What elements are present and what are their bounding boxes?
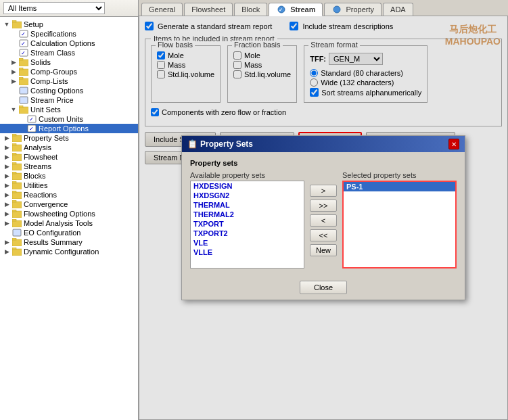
list-item-vle[interactable]: VLE (191, 238, 304, 248)
list-item-vlle[interactable]: VLLE (191, 248, 304, 257)
sidebar-item-property-sets[interactable]: ▶ Property Sets (0, 133, 138, 143)
item-icon (18, 96, 29, 104)
sidebar-item-dynamic-configuration[interactable]: ▶ Dynamic Configuration (0, 247, 138, 256)
folder-icon (11, 191, 22, 199)
chevron-right-icon: ▶ (3, 134, 11, 142)
transfer-left-one-button[interactable]: < (310, 214, 337, 227)
all-items-dropdown[interactable]: All Items (3, 2, 105, 14)
sidebar-item-report-options[interactable]: ✓ Report Options (0, 124, 138, 133)
sidebar-item-results-summary[interactable]: ▶ Results Summary (0, 237, 138, 247)
transfer-left-all-button[interactable]: << (310, 229, 337, 241)
sidebar-item-reactions[interactable]: ▶ Reactions (0, 190, 138, 200)
svg-text:✓: ✓ (279, 7, 283, 12)
sidebar-label-blocks: Blocks (24, 172, 45, 180)
folder-icon (11, 172, 22, 180)
svg-rect-32 (12, 183, 22, 189)
sidebar-label-convergence: Convergence (24, 200, 68, 208)
sidebar-label-comp-lists: Comp-Lists (30, 77, 68, 85)
sidebar-label-setup: Setup (24, 20, 43, 28)
modal-close-x-button[interactable]: ✕ (448, 139, 459, 149)
transfer-right-one-button[interactable]: > (310, 185, 337, 197)
folder-icon (11, 181, 22, 189)
svg-rect-27 (12, 153, 16, 155)
svg-text:✓: ✓ (21, 50, 26, 56)
sidebar-item-calc-options[interactable]: ✓ Calculation Options (0, 39, 138, 48)
sidebar-item-stream-price[interactable]: Stream Price (0, 95, 138, 105)
sidebar-item-flowsheet[interactable]: ▶ Flowsheet (0, 152, 138, 162)
sidebar-item-utilities[interactable]: ▶ Utilities (0, 181, 138, 190)
sidebar-label-property-sets: Property Sets (24, 134, 69, 142)
expand-icon (9, 39, 18, 47)
sidebar-item-streams[interactable]: ▶ Streams (0, 162, 138, 171)
sidebar-item-eo-configuration[interactable]: EO Configuration (0, 228, 138, 237)
tab-ada[interactable]: ADA (383, 3, 413, 16)
svg-rect-37 (12, 200, 16, 202)
sidebar-item-comp-groups[interactable]: ▶ Comp-Groups (0, 67, 138, 76)
sidebar-item-comp-lists[interactable]: ▶ Comp-Lists (0, 76, 138, 86)
svg-rect-39 (12, 210, 16, 212)
available-list[interactable]: HXDESIGN HXDSGN2 THERMAL THERMAL2 TXPORT… (190, 181, 304, 269)
sidebar-item-unit-sets[interactable]: ▼ Unit Sets (0, 105, 138, 114)
selected-list[interactable]: PS-1 (342, 181, 457, 269)
svg-rect-41 (12, 219, 16, 221)
tab-block[interactable]: Block (234, 3, 267, 16)
svg-rect-16 (19, 107, 28, 114)
svg-rect-24 (12, 145, 22, 151)
sidebar-item-flowsheeting-options[interactable]: ▶ Flowsheeting Options (0, 209, 138, 218)
tab-stream[interactable]: ✓ Stream (269, 3, 323, 16)
chevron-right-icon: ▶ (9, 58, 18, 66)
sidebar-label-streams: Streams (24, 162, 51, 170)
svg-rect-46 (12, 248, 16, 250)
tab-property[interactable]: Property (324, 3, 382, 16)
chevron-right-icon: ▶ (3, 238, 11, 246)
sidebar-item-stream-class[interactable]: ✓ Stream Class (0, 48, 138, 57)
transfer-buttons: > >> < << New (310, 171, 337, 256)
chevron-right-icon: ▶ (3, 210, 11, 218)
svg-rect-8 (19, 60, 28, 66)
list-item-txport[interactable]: TXPORT (191, 219, 304, 229)
check-icon: ✓ (18, 30, 29, 38)
list-item-hxdesign[interactable]: HXDESIGN (191, 181, 304, 191)
tab-flowsheet[interactable]: Flowsheet (184, 3, 233, 16)
sidebar-item-analysis[interactable]: ▶ Analysis (0, 143, 138, 152)
modal-titlebar: 📋 Property Sets ✕ (182, 136, 465, 152)
svg-rect-38 (12, 211, 22, 218)
available-list-container: Available property sets HXDESIGN HXDSGN2… (190, 171, 304, 269)
folder-icon (11, 248, 22, 256)
svg-rect-40 (12, 220, 22, 227)
sidebar-item-model-analysis-tools[interactable]: ▶ Model Analysis Tools (0, 218, 138, 228)
left-panel-header: All Items (0, 0, 138, 17)
sidebar-item-setup[interactable]: ▼ Setup (0, 20, 138, 29)
sidebar-item-specifications[interactable]: ✓ Specifications (0, 29, 138, 39)
expand-icon (18, 124, 26, 133)
sidebar-item-blocks[interactable]: ▶ Blocks (0, 171, 138, 181)
modal-title-icon: 📋 (187, 139, 198, 149)
transfer-right-all-button[interactable]: >> (310, 200, 337, 212)
sidebar-item-custom-units[interactable]: ✓ Custom Units (0, 114, 138, 124)
svg-rect-22 (12, 135, 22, 142)
sidebar-label-flowsheeting-options: Flowsheeting Options (24, 210, 95, 218)
modal-lists: Available property sets HXDESIGN HXDSGN2… (190, 171, 457, 269)
svg-rect-11 (19, 68, 23, 70)
svg-rect-33 (12, 181, 16, 183)
list-item-ps1[interactable]: PS-1 (344, 182, 455, 191)
right-panel: General Flowsheet Block ✓ Stream Propert… (139, 0, 508, 420)
list-item-hxdsgn2[interactable]: HXDSGN2 (191, 191, 304, 200)
list-item-thermal[interactable]: THERMAL (191, 200, 304, 210)
sidebar-item-solids[interactable]: ▶ Solids (0, 57, 138, 67)
sidebar-label-model-analysis-tools: Model Analysis Tools (24, 219, 93, 227)
expand-icon (9, 30, 18, 38)
list-item-thermal2[interactable]: THERMAL2 (191, 210, 304, 219)
list-item-txport2[interactable]: TXPORT2 (191, 229, 304, 238)
available-header: Available property sets (190, 171, 304, 179)
chevron-right-icon: ▶ (3, 200, 11, 208)
tab-general[interactable]: General (141, 3, 183, 16)
svg-rect-0 (12, 22, 22, 28)
sidebar-item-convergence[interactable]: ▶ Convergence (0, 200, 138, 209)
modal-close-button[interactable]: Close (300, 281, 347, 294)
sidebar-label-custom-units: Custom Units (39, 115, 83, 123)
sidebar-label-eo-configuration: EO Configuration (24, 229, 80, 237)
svg-rect-13 (19, 77, 23, 79)
new-property-set-button[interactable]: New (310, 244, 337, 256)
sidebar-item-costing-options[interactable]: Costing Options (0, 86, 138, 95)
